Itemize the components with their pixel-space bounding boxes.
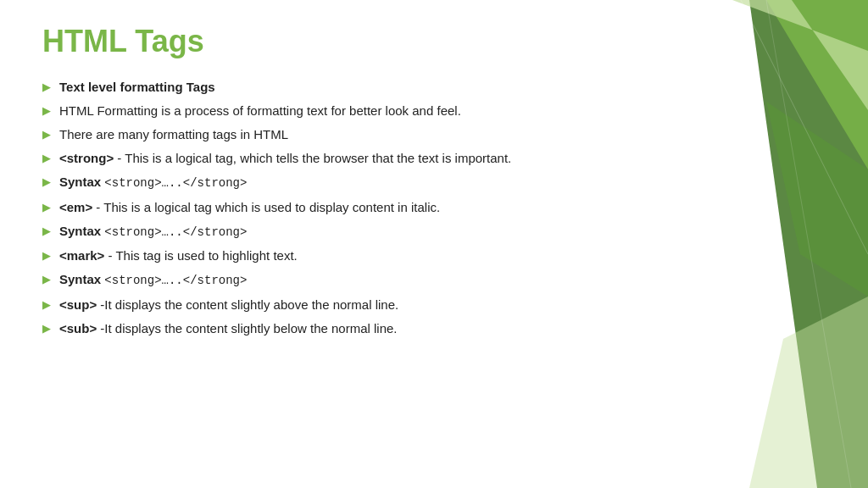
- bullet-text: Syntax <strong>…..</strong>: [59, 270, 826, 290]
- bullet-arrow-icon: ▶: [42, 224, 51, 239]
- list-item: ▶Syntax <strong>…..</strong>: [42, 222, 826, 241]
- bullet-text: <em> - This is a logical tag which is us…: [59, 198, 826, 216]
- list-item: ▶Text level formatting Tags: [42, 78, 826, 96]
- bullet-text: HTML Formatting is a process of formatti…: [59, 102, 826, 119]
- list-item: ▶<em> - This is a logical tag which is u…: [42, 198, 826, 216]
- list-item: ▶<mark> - This tag is used to highlight …: [42, 247, 826, 264]
- bullet-arrow-icon: ▶: [42, 200, 51, 215]
- bullet-text: Syntax <strong>…..</strong>: [59, 222, 826, 241]
- bullet-arrow-icon: ▶: [42, 297, 51, 313]
- bullet-arrow-icon: ▶: [42, 321, 51, 336]
- bullet-text: <sup> -It displays the content slightly …: [59, 296, 826, 313]
- bullet-text: <strong> - This is a logical tag, which …: [59, 149, 826, 167]
- slide: HTML Tags ▶Text level formatting Tags▶HT…: [0, 0, 868, 488]
- slide-title: HTML Tags: [42, 24, 826, 59]
- bullet-text: <mark> - This tag is used to highlight t…: [59, 247, 826, 264]
- list-item: ▶<sup> -It displays the content slightly…: [42, 296, 826, 313]
- slide-content: HTML Tags ▶Text level formatting Tags▶HT…: [0, 0, 868, 360]
- list-item: ▶<sub> -It displays the content slightly…: [42, 319, 826, 337]
- bullet-arrow-icon: ▶: [42, 248, 51, 263]
- bullet-arrow-icon: ▶: [42, 175, 51, 190]
- bullet-arrow-icon: ▶: [42, 272, 51, 287]
- list-item: ▶HTML Formatting is a process of formatt…: [42, 102, 826, 119]
- bullet-arrow-icon: ▶: [42, 127, 51, 142]
- bullet-text: Syntax <strong>…..</strong>: [59, 173, 826, 192]
- bullet-text: There are many formatting tags in HTML: [59, 125, 826, 143]
- bullet-arrow-icon: ▶: [42, 103, 51, 119]
- list-item: ▶<strong> - This is a logical tag, which…: [42, 149, 826, 167]
- bullet-text: <sub> -It displays the content slightly …: [59, 319, 826, 337]
- list-item: ▶There are many formatting tags in HTML: [42, 125, 826, 143]
- bullet-arrow-icon: ▶: [42, 80, 51, 95]
- bullet-text: Text level formatting Tags: [59, 78, 826, 96]
- bullet-list: ▶Text level formatting Tags▶HTML Formatt…: [42, 78, 826, 337]
- list-item: ▶Syntax <strong>…..</strong>: [42, 173, 826, 192]
- bullet-arrow-icon: ▶: [42, 151, 51, 166]
- list-item: ▶Syntax <strong>…..</strong>: [42, 270, 826, 290]
